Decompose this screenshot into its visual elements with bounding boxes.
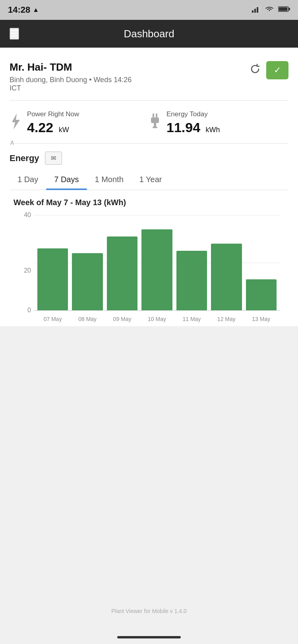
power-now-stat: Power Right Now 4.22 kW bbox=[10, 110, 149, 135]
home-indicator bbox=[117, 636, 181, 638]
energy-tabs: 1 Day 7 Days 1 Month 1 Year bbox=[10, 171, 288, 190]
energy-today-details: Energy Today 11.94 kWh bbox=[166, 110, 220, 135]
header: ☰ Dashboard bbox=[0, 20, 298, 48]
lightning-icon bbox=[10, 113, 21, 133]
power-now-value: 4.22 kW bbox=[27, 120, 79, 135]
x-label: 10 May bbox=[141, 312, 172, 326]
email-button[interactable]: ✉ bbox=[45, 152, 62, 165]
svg-rect-2 bbox=[257, 7, 258, 13]
check-icon: ✓ bbox=[274, 65, 281, 75]
svg-rect-0 bbox=[252, 10, 253, 13]
bar bbox=[107, 236, 137, 310]
x-label: 07 May bbox=[37, 312, 68, 326]
plant-timezone: ICT bbox=[10, 84, 21, 92]
tab-1month-label: 1 Month bbox=[95, 175, 124, 184]
battery-icon bbox=[278, 6, 290, 14]
tab-1year-label: 1 Year bbox=[139, 175, 162, 184]
status-check-button[interactable]: ✓ bbox=[266, 61, 288, 79]
plant-actions: ✓ bbox=[250, 61, 288, 79]
tab-7days-label: 7 Days bbox=[54, 175, 79, 184]
energy-header: Energy ✉ bbox=[10, 152, 288, 165]
svg-rect-3 bbox=[259, 6, 261, 13]
wave-divider bbox=[10, 143, 288, 144]
bar-group bbox=[141, 215, 172, 310]
plant-name: Mr. Hai- TDM bbox=[10, 61, 132, 73]
chart-container: Week of May 7 - May 13 (kWh) 40 20 0 07 … bbox=[10, 198, 288, 326]
bar-group bbox=[176, 215, 207, 310]
status-icons bbox=[252, 6, 290, 15]
bar bbox=[141, 229, 172, 310]
x-label: 08 May bbox=[72, 312, 103, 326]
menu-button[interactable]: ☰ bbox=[10, 28, 19, 40]
power-now-details: Power Right Now 4.22 kW bbox=[27, 110, 79, 135]
tab-7days[interactable]: 7 Days bbox=[46, 171, 87, 190]
tab-1day-label: 1 Day bbox=[17, 175, 38, 184]
svg-rect-8 bbox=[153, 113, 154, 117]
bar bbox=[246, 279, 277, 310]
tab-1year[interactable]: 1 Year bbox=[132, 171, 170, 190]
app-version: Plant Viewer for Mobile v 1.4.0 bbox=[111, 608, 187, 614]
y-label-20: 20 bbox=[14, 267, 31, 274]
wifi-icon bbox=[265, 6, 274, 15]
plant-details: Mr. Hai- TDM Binh duong, Binh Duong • We… bbox=[10, 61, 132, 92]
app-footer: Plant Viewer for Mobile v 1.4.0 bbox=[0, 602, 298, 620]
status-bar: 14:28 ▲ bbox=[0, 0, 298, 20]
signal-icon bbox=[252, 6, 261, 15]
chart-title: Week of May 7 - May 13 (kWh) bbox=[14, 198, 284, 207]
energy-today-value: 11.94 kWh bbox=[166, 120, 220, 135]
svg-marker-7 bbox=[12, 113, 20, 129]
tab-1month[interactable]: 1 Month bbox=[87, 171, 132, 190]
energy-today-label: Energy Today bbox=[166, 110, 220, 118]
bar bbox=[72, 253, 103, 310]
main-content: Mr. Hai- TDM Binh duong, Binh Duong • We… bbox=[0, 48, 298, 326]
plant-location-text: Binh duong, Binh Duong • Weds 14:26 bbox=[10, 76, 132, 84]
svg-rect-9 bbox=[156, 113, 157, 117]
email-icon: ✉ bbox=[51, 154, 56, 162]
chart-area: 40 20 0 07 May08 May09 May10 May11 May12… bbox=[14, 215, 284, 326]
plug-icon bbox=[149, 113, 160, 133]
power-now-unit: kW bbox=[59, 126, 69, 134]
time-display: 14:28 bbox=[8, 5, 30, 15]
tab-1day[interactable]: 1 Day bbox=[10, 171, 46, 190]
bar bbox=[211, 244, 242, 310]
svg-rect-1 bbox=[254, 9, 256, 13]
divider-1 bbox=[10, 100, 288, 101]
bar bbox=[176, 251, 207, 310]
energy-today-stat: Energy Today 11.94 kWh bbox=[149, 110, 288, 135]
refresh-button[interactable] bbox=[250, 63, 261, 77]
svg-rect-11 bbox=[154, 123, 156, 127]
location-arrow-icon: ▲ bbox=[33, 6, 39, 13]
tabs-container: 1 Day 7 Days 1 Month 1 Year bbox=[10, 171, 288, 190]
svg-rect-6 bbox=[279, 7, 288, 11]
header-title: Dashboard bbox=[124, 28, 174, 40]
svg-rect-5 bbox=[288, 8, 290, 10]
status-time: 14:28 ▲ bbox=[8, 5, 39, 15]
y-label-0: 0 bbox=[14, 307, 31, 314]
y-label-40: 40 bbox=[14, 211, 31, 219]
bar-group bbox=[211, 215, 242, 310]
svg-rect-12 bbox=[153, 127, 157, 128]
energy-today-number: 11.94 bbox=[166, 120, 200, 135]
plant-location: Binh duong, Binh Duong • Weds 14:26 ICT bbox=[10, 76, 132, 92]
bar-group bbox=[37, 215, 68, 310]
energy-section-label: Energy bbox=[10, 153, 39, 163]
power-stats: Power Right Now 4.22 kW Energy Today bbox=[10, 102, 288, 142]
x-labels: 07 May08 May09 May10 May11 May12 May13 M… bbox=[33, 312, 281, 326]
x-label: 09 May bbox=[107, 312, 137, 326]
x-label: 12 May bbox=[211, 312, 242, 326]
bar-group bbox=[72, 215, 103, 310]
svg-rect-10 bbox=[151, 117, 159, 123]
bar-group bbox=[246, 215, 277, 310]
x-label: 13 May bbox=[246, 312, 277, 326]
energy-today-unit: kWh bbox=[206, 126, 220, 134]
bars-area bbox=[33, 215, 281, 310]
bar bbox=[37, 248, 68, 310]
grid-line-0 bbox=[33, 310, 281, 311]
bar-group bbox=[107, 215, 137, 310]
x-label: 11 May bbox=[176, 312, 207, 326]
power-now-label: Power Right Now bbox=[27, 110, 79, 118]
plant-info: Mr. Hai- TDM Binh duong, Binh Duong • We… bbox=[10, 57, 288, 99]
power-now-number: 4.22 bbox=[27, 120, 53, 135]
